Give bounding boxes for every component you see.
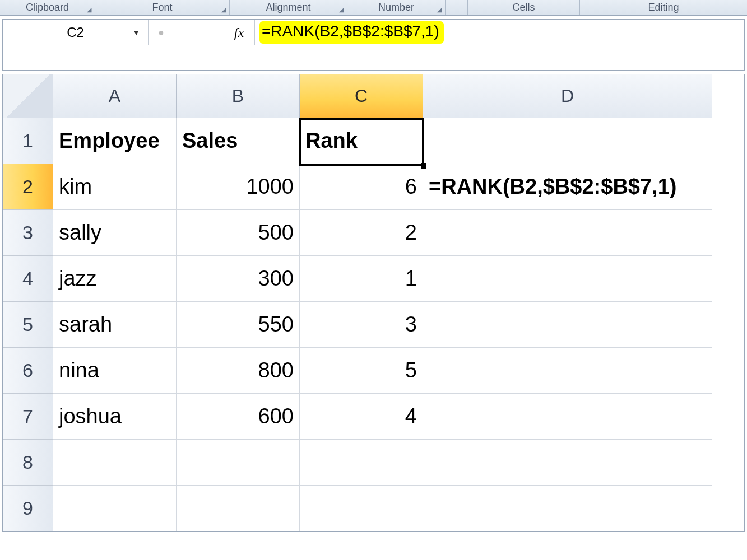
dialog-launcher-icon[interactable]: ◢ [437,6,442,13]
cell-D1[interactable] [423,118,712,164]
cell-C2[interactable]: 6 [300,164,423,210]
cell-B9[interactable] [177,486,300,531]
row-header-5[interactable]: 5 [3,302,53,348]
cell-C4[interactable]: 1 [300,256,423,302]
cell-A5[interactable]: sarah [53,302,177,348]
row-header-6[interactable]: 6 [3,348,53,394]
ribbon-label: Cells [512,2,535,13]
name-box[interactable]: C2 ▼ [3,20,149,45]
cell-B7[interactable]: 600 [177,394,300,440]
cell-D7[interactable] [423,394,712,440]
cell-A8[interactable] [53,440,177,486]
dialog-launcher-icon[interactable]: ◢ [221,6,226,13]
col-header-B[interactable]: B [177,74,300,118]
formula-bar-left [3,45,256,70]
cell-B4[interactable]: 300 [177,256,300,302]
dialog-launcher-icon[interactable]: ◢ [339,6,344,13]
cell-A4[interactable]: jazz [53,256,177,302]
col-header-D[interactable]: D [423,74,712,118]
formula-spacer [173,20,224,45]
dialog-launcher-icon[interactable]: ◢ [87,6,91,13]
spreadsheet-grid[interactable]: A B C D 1 Employee Sales Rank 2 kim 1000… [2,74,745,532]
row-header-9[interactable]: 9 [3,486,53,531]
ribbon-group-cells[interactable]: Cells [468,0,580,15]
cell-B8[interactable] [177,440,300,486]
cell-D3[interactable] [423,210,712,256]
ribbon-label: Number [378,2,414,13]
formula-bar-expand[interactable] [256,45,744,70]
formula-bar: C2 ▼ ● fx =RANK(B2,$B$2:$B$7,1) [2,19,745,71]
cell-D6[interactable] [423,348,712,394]
ribbon-label: Clipboard [26,2,69,13]
row-header-2[interactable]: 2 [3,164,53,210]
cell-A3[interactable]: sally [53,210,177,256]
cell-D2[interactable]: =RANK(B2,$B$2:$B$7,1) [423,164,712,210]
ribbon-label: Editing [648,2,679,13]
row-header-1[interactable]: 1 [3,118,53,164]
cell-A1[interactable]: Employee [53,118,177,164]
cell-B6[interactable]: 800 [177,348,300,394]
cell-C6[interactable]: 5 [300,348,423,394]
cell-B5[interactable]: 550 [177,302,300,348]
ribbon-group-blank [446,0,468,15]
cell-D9[interactable] [423,486,712,531]
cell-C1[interactable]: Rank [300,118,423,164]
formula-input[interactable]: =RANK(B2,$B$2:$B$7,1) [255,20,744,45]
ribbon-group-number[interactable]: Number ◢ [347,0,446,15]
cell-C8[interactable] [300,440,423,486]
ribbon-group-editing[interactable]: Editing [580,0,747,15]
ribbon-group-alignment[interactable]: Alignment ◢ [230,0,347,15]
row-header-4[interactable]: 4 [3,256,53,302]
row-header-7[interactable]: 7 [3,394,53,440]
ribbon-group-clipboard[interactable]: Clipboard ◢ [0,0,95,15]
cell-B2[interactable]: 1000 [177,164,300,210]
cell-A9[interactable] [53,486,177,531]
cell-C9[interactable] [300,486,423,531]
chevron-down-icon[interactable]: ▼ [132,28,140,37]
row-header-3[interactable]: 3 [3,210,53,256]
col-header-C[interactable]: C [300,74,423,118]
cell-C3[interactable]: 2 [300,210,423,256]
col-header-A[interactable]: A [53,74,177,118]
formula-value: =RANK(B2,$B$2:$B$7,1) [259,21,444,44]
cell-D8[interactable] [423,440,712,486]
cell-C7[interactable]: 4 [300,394,423,440]
ribbon-group-labels: Clipboard ◢ Font ◢ Alignment ◢ Number ◢ … [0,0,747,16]
ribbon-group-font[interactable]: Font ◢ [95,0,230,15]
cell-B1[interactable]: Sales [177,118,300,164]
row-header-8[interactable]: 8 [3,440,53,486]
cell-B3[interactable]: 500 [177,210,300,256]
select-all-corner[interactable] [3,74,53,118]
name-box-value: C2 [67,25,84,40]
cell-D4[interactable] [423,256,712,302]
ribbon-label: Font [152,2,172,13]
cell-C5[interactable]: 3 [300,302,423,348]
ribbon-label: Alignment [266,2,310,13]
fx-icon[interactable]: fx [224,20,255,45]
cell-A6[interactable]: nina [53,348,177,394]
cell-A7[interactable]: joshua [53,394,177,440]
fill-handle[interactable] [421,163,426,169]
cancel-formula-icon[interactable]: ● [149,20,173,45]
cell-D5[interactable] [423,302,712,348]
cell-A2[interactable]: kim [53,164,177,210]
